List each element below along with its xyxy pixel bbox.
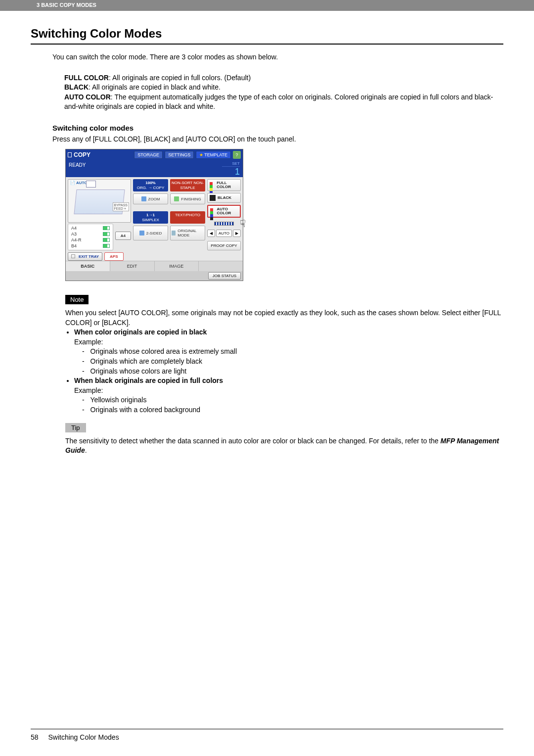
full-color-label: FULL COLOR bbox=[64, 74, 109, 82]
tray-label: B4 bbox=[71, 243, 77, 248]
density-control bbox=[207, 222, 241, 226]
zoom-icon bbox=[141, 196, 146, 201]
note-b2-item: Yellowish originals bbox=[82, 395, 503, 405]
nonsort-box: NON-SORT NON-STAPLE bbox=[170, 179, 205, 191]
density-level-icon bbox=[214, 222, 234, 226]
black-btn-label: BLACK bbox=[218, 196, 231, 200]
tray-icon bbox=[71, 254, 75, 258]
footer-title: Switching Color Modes bbox=[48, 733, 119, 741]
zoom-org-copy: ORG. → COPY bbox=[134, 186, 167, 190]
auto-color-button: AUTO COLOR bbox=[207, 205, 241, 218]
middle-column: 100%ORG. → COPY NON-SORT NON-STAPLE ZOOM… bbox=[133, 179, 205, 261]
image-tab: IMAGE bbox=[155, 261, 199, 271]
copy-count: 1 bbox=[235, 167, 240, 177]
auto-color-swatch-icon bbox=[210, 208, 215, 214]
original-mode-button: ORIGINAL MODE bbox=[170, 226, 205, 240]
document-icon bbox=[68, 152, 72, 157]
original-mode-icon bbox=[172, 231, 176, 236]
proof-copy-button: PROOF COPY bbox=[207, 241, 241, 250]
job-status-row: JOB STATUS bbox=[66, 271, 243, 281]
auto-density-button: AUTO bbox=[216, 230, 232, 237]
twosided-label: 2-SIDED bbox=[146, 231, 162, 236]
note-b2-title: When black originals are copied in full … bbox=[74, 377, 223, 384]
footer-line bbox=[31, 729, 503, 729]
note-lead: When you select [AUTO COLOR], some origi… bbox=[65, 308, 503, 328]
note-b2-example: Example: bbox=[74, 386, 103, 394]
tray-label: A4-R bbox=[71, 237, 82, 242]
auto-indicator: 📄 AUTO bbox=[70, 181, 87, 185]
blank-tab bbox=[199, 261, 243, 271]
black-label: BLACK bbox=[64, 83, 89, 91]
chapter-text: 3 BASIC COPY MODES bbox=[37, 2, 96, 8]
tray-row: A4 bbox=[68, 225, 113, 231]
note-body: When you select [AUTO COLOR], some origi… bbox=[65, 308, 503, 415]
storage-button: STORAGE bbox=[134, 151, 163, 159]
basic-tab: BASIC bbox=[66, 261, 110, 271]
simplex-box: 1→1SIMPLEX bbox=[133, 211, 168, 224]
tray-row: B4 bbox=[68, 243, 113, 249]
star-icon: ★ bbox=[199, 152, 203, 157]
color-mode-column: FULL COLOR BLACK AUTO COLOR ☟ ◀ AUTO ▶ P… bbox=[207, 179, 241, 261]
aps-button: APS bbox=[104, 252, 123, 261]
note-bullet-2: When black originals are copied in full … bbox=[74, 376, 503, 415]
preview-column: 📄 AUTO BYPASSFEED » A4 A3 A4-R B4 bbox=[68, 179, 131, 261]
paper-gauge-icon bbox=[103, 238, 110, 242]
mode-auto-color: AUTO COLOR: The equipment automatically … bbox=[64, 93, 503, 112]
panel-body: 📄 AUTO BYPASSFEED » A4 A3 A4-R B4 bbox=[66, 177, 243, 261]
finishing-label: FINISHING bbox=[181, 197, 201, 201]
note-b1-title: When color originals are copied in black bbox=[74, 328, 207, 336]
panel-top-bar: COPY STORAGE SETTINGS ★TEMPLATE ? bbox=[66, 149, 243, 160]
page-number: 58 bbox=[31, 733, 39, 741]
tray-list: A4 A3 A4-R B4 bbox=[68, 224, 113, 250]
set-label: SET bbox=[222, 161, 240, 167]
exit-tray-button: EXIT TRAY bbox=[68, 252, 102, 261]
template-button: ★TEMPLATE bbox=[196, 151, 231, 159]
black-swatch-icon bbox=[210, 195, 216, 201]
sub-heading: Switching color modes bbox=[52, 124, 503, 132]
tray-label: A4 bbox=[71, 226, 77, 231]
note-b1-item: Originals which are completely black bbox=[82, 357, 503, 367]
finishing-button: FINISHING bbox=[170, 193, 205, 204]
tray-row: A3 bbox=[68, 231, 113, 237]
zoom-ratio: 100% bbox=[134, 181, 167, 186]
simplex-ratio: 1→1 bbox=[134, 213, 167, 218]
set-block: SET 1 bbox=[222, 161, 240, 176]
density-right-button: ▶ bbox=[233, 230, 241, 237]
sub-desc: Press any of [FULL COLOR], [BLACK] and [… bbox=[52, 135, 503, 143]
touch-panel: COPY STORAGE SETTINGS ★TEMPLATE ? READY … bbox=[65, 149, 243, 281]
paper-gauge-icon bbox=[103, 244, 110, 248]
exit-tray-label: EXIT TRAY bbox=[79, 254, 99, 259]
note-b1-example: Example: bbox=[74, 338, 103, 346]
cursor-hand-icon: ☟ bbox=[240, 218, 246, 230]
touch-panel-image: COPY STORAGE SETTINGS ★TEMPLATE ? READY … bbox=[65, 149, 503, 281]
title-underline bbox=[31, 44, 503, 45]
edit-tab: EDIT bbox=[110, 261, 155, 271]
settings-button: SETTINGS bbox=[165, 151, 194, 159]
twosided-button: 2-SIDED bbox=[133, 226, 168, 240]
tip-label: Tip bbox=[65, 423, 86, 432]
paper-gauge-icon bbox=[103, 226, 110, 230]
full-color-btn-label: FULL COLOR bbox=[217, 181, 238, 189]
zoom-ratio-box: 100%ORG. → COPY bbox=[133, 179, 168, 191]
mode-black: BLACK: All originals are copied in black… bbox=[64, 83, 503, 93]
paper-gauge-icon bbox=[103, 232, 110, 236]
help-button: ? bbox=[233, 151, 241, 159]
intro-text: You can switch the color mode. There are… bbox=[52, 52, 503, 62]
page-icon bbox=[86, 181, 96, 188]
auto-density-row: ◀ AUTO ▶ bbox=[207, 230, 241, 237]
note-b1-item: Originals whose colors are light bbox=[82, 367, 503, 377]
finishing-icon bbox=[174, 196, 179, 201]
copy-label: COPY bbox=[74, 151, 90, 158]
panel-status-bar: READY SET 1 bbox=[66, 160, 243, 177]
tray-label: A3 bbox=[71, 232, 77, 236]
note-label: Note bbox=[65, 295, 89, 304]
template-label: TEMPLATE bbox=[204, 152, 227, 157]
auto-color-label: AUTO COLOR bbox=[64, 93, 111, 101]
bypass-feed-button: BYPASSFEED » bbox=[113, 202, 130, 211]
black-button: BLACK bbox=[207, 193, 241, 203]
note-b1-item: Originals whose colored area is extremel… bbox=[82, 347, 503, 357]
note-bullet-1: When color originals are copied in black… bbox=[74, 328, 503, 376]
density-left-button: ◀ bbox=[207, 230, 215, 237]
simplex-label: SIMPLEX bbox=[134, 218, 167, 223]
tip-text: The sensitivity to detect whether the da… bbox=[65, 437, 441, 445]
